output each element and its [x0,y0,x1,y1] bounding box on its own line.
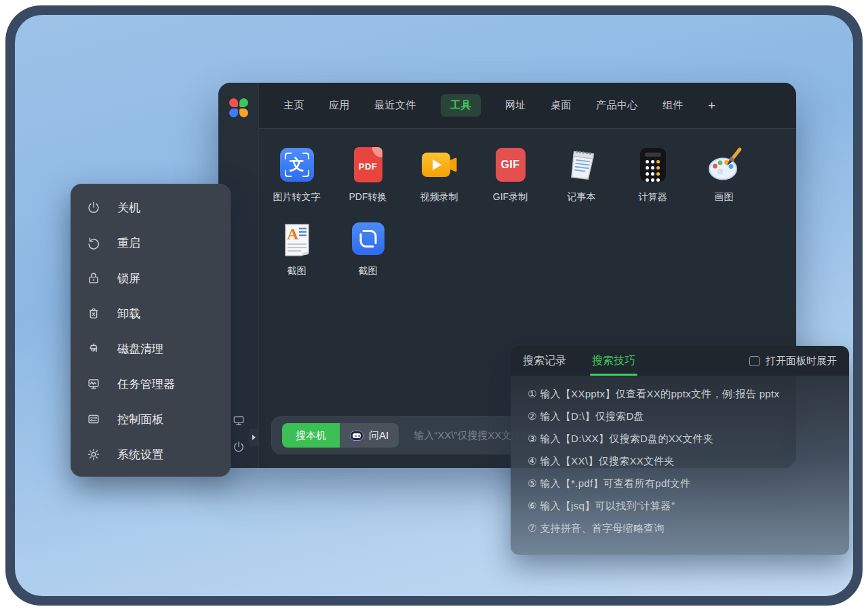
tool-gif[interactable]: GIFGIF录制 [475,147,546,203]
menu-item-task-manager[interactable]: 任务管理器 [71,366,230,401]
logo-petal-blue [229,109,238,117]
menu-item-label: 重启 [117,235,140,251]
tool-art: A [280,221,314,256]
tip-item: ⑥ 输入【jsq】可以找到“计算器” [528,499,832,513]
menu-item-disk-clean[interactable]: 磁盘清理 [71,331,230,366]
nav-tab-1[interactable]: 应用 [329,99,350,112]
device-frame: 主页应用最近文件工具网址桌面产品中心组件+ 文图片转文字PDFPDF转换视频录制… [5,5,863,606]
tool-label: 记事本 [568,191,596,203]
tool-art [422,147,457,182]
menu-item-label: 系统设置 [117,447,163,462]
tool-label: 图片转文字 [273,191,321,203]
tool-notepad[interactable]: 记事本 [546,147,617,203]
tool-crop[interactable]: 截图 [332,221,403,277]
ask-ai-label: 问AI [369,429,389,442]
tip-item: ③ 输入【D:\XX】仅搜索D盘的XX文件夹 [528,432,832,446]
sidebar-expand-handle[interactable] [249,429,258,446]
search-tips-panel: 搜索记录 搜索技巧 打开面板时展开 ① 输入【XXpptx】仅查看XX的pptx… [511,346,849,555]
menu-item-lock[interactable]: 锁屏 [71,260,230,296]
tip-item: ⑤ 输入【*.pdf】可查看所有pdf文件 [528,477,832,490]
nav-tab-bar: 主页应用最近文件工具网址桌面产品中心组件+ [259,83,796,129]
tool-art [352,221,384,256]
tab-search-tips[interactable]: 搜索技巧 [592,346,635,376]
tips-panel-header: 搜索记录 搜索技巧 打开面板时展开 [511,346,849,376]
tab-search-history[interactable]: 搜索记录 [523,346,566,376]
svg-text:A: A [287,225,299,243]
tool-art [564,147,599,182]
menu-item-settings[interactable]: 系统设置 [71,437,230,472]
expand-on-open-checkbox[interactable]: 打开面板时展开 [749,346,837,376]
tool-label: 视频录制 [420,191,458,203]
wordpad-document-icon: A [280,221,314,256]
tool-label: 画图 [715,191,734,203]
menu-item-label: 任务管理器 [117,376,175,392]
control-panel-icon [86,412,101,427]
nav-tab-7[interactable]: 组件 [663,99,684,112]
app-logo-icon[interactable] [229,98,248,117]
nav-tab-6[interactable]: 产品中心 [596,99,638,112]
logo-petal-red [229,98,238,107]
tool-art: PDF [354,147,382,182]
tool-label: 截图 [359,265,378,277]
tool-pdf[interactable]: PDFPDF转换 [332,147,403,203]
screenshot-stage: 主页应用最近文件工具网址桌面产品中心组件+ 文图片转文字PDFPDF转换视频录制… [0,0,868,611]
nav-tab-2[interactable]: 最近文件 [374,99,416,112]
tip-item: ① 输入【XXpptx】仅查看XX的pptx文件，例:报告 pptx [528,387,832,401]
logo-petal-green [239,98,248,107]
crop-icon [352,222,384,255]
power-icon [86,200,101,215]
menu-item-label: 锁屏 [117,271,140,286]
video-camera-icon [422,153,457,177]
menu-item-label: 磁盘清理 [117,341,163,357]
tool-art: GIF [496,147,526,182]
tool-calculator[interactable]: 计算器 [617,147,688,203]
menu-item-label: 控制面板 [117,412,163,427]
tool-art: 文 [280,147,314,182]
nav-tab-4[interactable]: 网址 [505,99,526,112]
menu-item-label: 关机 [117,200,140,216]
menu-item-uninstall[interactable]: 卸载 [71,296,230,331]
nav-tab-0[interactable]: 主页 [283,99,304,112]
calculator-icon [640,148,666,182]
robot-icon [350,431,363,441]
tool-wordpad[interactable]: A 截图 [261,221,332,277]
notepad-icon [564,147,599,182]
desktop-wallpaper: 主页应用最近文件工具网址桌面产品中心组件+ 文图片转文字PDFPDF转换视频录制… [15,15,853,596]
tip-item: ④ 输入【XX\】仅搜索XX文件夹 [528,454,832,468]
search-local-button[interactable]: 搜本机 [282,423,340,448]
tool-video[interactable]: 视频录制 [403,147,475,203]
tool-label: PDF转换 [349,191,387,203]
add-tab-button[interactable]: + [708,98,716,113]
tips-list: ① 输入【XXpptx】仅查看XX的pptx文件，例:报告 pptx② 输入【D… [511,376,849,555]
power-icon[interactable] [232,440,245,454]
checkbox-icon[interactable] [749,356,760,366]
tool-ocr[interactable]: 文图片转文字 [261,147,332,203]
nav-tab-5[interactable]: 桌面 [551,99,572,112]
lock-icon [86,271,101,285]
chevron-right-icon [252,435,256,440]
tool-paint[interactable]: 画图 [688,147,760,203]
nav-tab-3-selected[interactable]: 工具 [441,94,481,117]
paint-palette-icon [706,146,743,183]
gif-icon: GIF [496,148,526,182]
tool-art [640,147,666,182]
uninstall-icon [86,306,101,321]
ocr-icon: 文 [280,148,314,182]
menu-item-restart[interactable]: 重启 [71,225,230,260]
monitor-icon[interactable] [232,414,245,427]
task-manager-icon [86,376,101,391]
tool-label: 截图 [288,265,307,277]
settings-icon [86,447,101,462]
search-mode-toggle: 搜本机 问AI [282,423,399,448]
menu-item-control-panel[interactable]: 控制面板 [71,401,230,437]
tip-item: ② 输入【D:\】仅搜索D盘 [528,410,832,423]
logo-petal-orange [239,109,248,117]
menu-item-power[interactable]: 关机 [71,190,230,225]
pdf-file-icon: PDF [354,147,382,182]
tool-row: 文图片转文字PDFPDF转换视频录制GIFGIF录制 记事本 计算器 [259,147,796,203]
ask-ai-button[interactable]: 问AI [340,423,399,448]
tool-art [706,147,743,182]
menu-item-label: 卸载 [117,306,140,321]
tool-label: GIF录制 [493,191,528,203]
power-context-menu: 关机重启锁屏卸载磁盘清理任务管理器控制面板系统设置 [71,184,231,477]
